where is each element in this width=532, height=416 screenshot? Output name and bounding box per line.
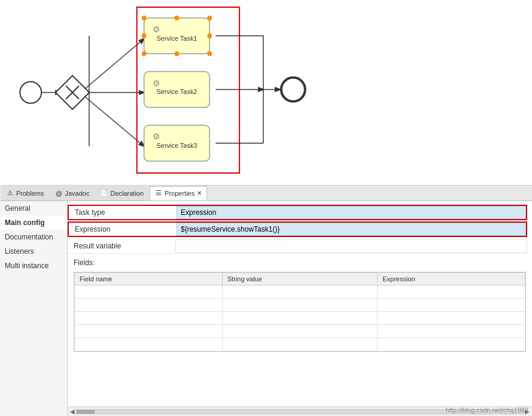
right-content: Task type Expression Expression ${resume… [68, 201, 532, 416]
left-sidebar: General Main config Documentation Listen… [0, 201, 68, 416]
scroll-left-icon[interactable]: ◀ [70, 408, 75, 415]
close-tab-icon[interactable]: ✕ [197, 190, 202, 196]
table-cell[interactable] [75, 338, 223, 351]
svg-point-14 [142, 34, 147, 38]
fields-section: Fields: Field name String value Expressi… [68, 256, 532, 352]
tab-properties[interactable]: ☰ Properties ✕ [150, 186, 207, 201]
tab-problems[interactable]: ⚠ Problems [1, 186, 49, 201]
table-cell[interactable] [75, 325, 223, 338]
at-icon: @ [55, 190, 62, 197]
main-content: General Main config Documentation Listen… [0, 201, 532, 416]
table-cell[interactable] [222, 286, 377, 299]
svg-line-5 [86, 97, 144, 146]
col-field-name: Field name [75, 273, 223, 286]
table-row [75, 338, 525, 351]
svg-point-13 [174, 51, 179, 56]
expression-row: Expression ${resumeService.showTask1()} [68, 221, 527, 237]
fields-table-body [75, 286, 525, 351]
svg-point-11 [207, 51, 212, 56]
tab-declaration[interactable]: 📄 Declaration [95, 186, 149, 201]
expression-value[interactable]: ${resumeService.showTask1()} [177, 223, 526, 236]
task-type-label: Task type [69, 206, 177, 219]
svg-text:Service Task3: Service Task3 [156, 142, 197, 149]
svg-point-8 [142, 16, 147, 20]
properties-icon: ☰ [155, 190, 162, 197]
table-row [75, 299, 525, 312]
task-type-value[interactable]: Expression [177, 206, 526, 219]
table-cell[interactable] [378, 325, 525, 338]
table-row [75, 312, 525, 325]
result-variable-row: Result variable [68, 238, 527, 254]
svg-text:⚙: ⚙ [153, 25, 160, 34]
svg-text:Service Task1: Service Task1 [156, 35, 197, 42]
table-cell[interactable] [75, 286, 223, 299]
watermark: http://blog.csdn.net/chq1988 [446, 406, 528, 414]
table-cell[interactable] [222, 299, 377, 312]
svg-text:Service Task2: Service Task2 [156, 88, 197, 95]
bpmn-diagram: ⚙ Service Task1 ⚙ Service Task2 ⚙ Servic… [0, 0, 532, 185]
svg-point-10 [142, 51, 147, 56]
svg-point-15 [207, 34, 212, 38]
svg-point-12 [174, 16, 179, 20]
table-cell[interactable] [222, 325, 377, 338]
tab-bar: ⚠ Problems @ Javadoc 📄 Declaration ☰ Pro… [0, 186, 532, 201]
fields-table: Field name String value Expression [74, 272, 525, 351]
declaration-icon: 📄 [101, 190, 108, 197]
svg-text:⚙: ⚙ [153, 78, 160, 88]
col-expression: Expression [378, 273, 525, 286]
table-cell[interactable] [75, 312, 223, 325]
table-cell[interactable] [222, 312, 377, 325]
col-string-value: String value [222, 273, 377, 286]
sidebar-item-documentation[interactable]: Documentation [0, 230, 67, 244]
result-variable-value[interactable] [175, 239, 527, 253]
table-cell[interactable] [378, 299, 525, 312]
tab-javadoc[interactable]: @ Javadoc [50, 186, 95, 201]
table-cell[interactable] [378, 286, 525, 299]
start-event[interactable] [20, 82, 41, 104]
sidebar-item-main-config[interactable]: Main config [0, 215, 67, 230]
table-cell[interactable] [378, 312, 525, 325]
result-variable-label: Result variable [68, 239, 175, 253]
table-cell[interactable] [378, 338, 525, 351]
svg-text:⚙: ⚙ [153, 132, 160, 141]
fields-header-row: Field name String value Expression [75, 273, 525, 286]
expression-label: Expression [69, 223, 177, 236]
fields-table-container: Field name String value Expression [74, 272, 526, 352]
table-cell[interactable] [75, 299, 223, 312]
diagram-area: ⚙ Service Task1 ⚙ Service Task2 ⚙ Servic… [0, 0, 532, 186]
warning-icon: ⚠ [7, 190, 14, 197]
svg-line-3 [86, 39, 144, 89]
sidebar-item-multi-instance[interactable]: Multi instance [0, 259, 67, 273]
table-cell[interactable] [222, 338, 377, 351]
properties-area: Task type Expression Expression ${resume… [68, 201, 532, 406]
bottom-panel: ⚠ Problems @ Javadoc 📄 Declaration ☰ Pro… [0, 186, 532, 416]
table-row [75, 286, 525, 299]
sidebar-item-listeners[interactable]: Listeners [0, 244, 67, 259]
fields-label: Fields: [68, 256, 532, 269]
end-event[interactable] [281, 78, 305, 102]
table-row [75, 325, 525, 338]
task-type-row: Task type Expression [68, 205, 527, 220]
sidebar-item-general[interactable]: General [0, 201, 67, 215]
svg-point-9 [207, 16, 212, 20]
